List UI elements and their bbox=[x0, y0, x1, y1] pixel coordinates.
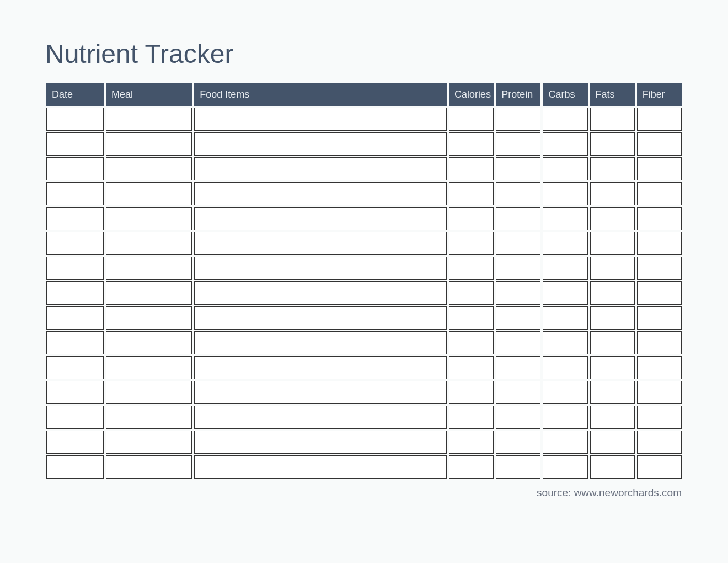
table-cell bbox=[194, 381, 447, 404]
table-cell bbox=[46, 157, 104, 180]
table-cell bbox=[543, 331, 587, 354]
table-cell bbox=[496, 381, 540, 404]
table-cell bbox=[543, 157, 587, 180]
table-cell bbox=[194, 207, 447, 230]
table-cell bbox=[543, 406, 587, 429]
table-cell bbox=[637, 232, 682, 255]
table-cell bbox=[106, 331, 192, 354]
table-cell bbox=[106, 356, 192, 379]
table-cell bbox=[590, 455, 635, 479]
table-cell bbox=[449, 455, 494, 479]
table-cell bbox=[46, 406, 104, 429]
table-row bbox=[46, 182, 682, 205]
table-cell bbox=[449, 431, 494, 454]
table-cell bbox=[590, 356, 635, 379]
col-header-fats: Fats bbox=[590, 83, 635, 106]
table-cell bbox=[496, 406, 540, 429]
col-header-carbs: Carbs bbox=[543, 83, 587, 106]
table-cell bbox=[194, 406, 447, 429]
table-cell bbox=[590, 157, 635, 180]
source-footer: source: www.neworchards.com bbox=[44, 487, 684, 499]
table-cell bbox=[194, 232, 447, 255]
table-cell bbox=[449, 232, 494, 255]
table-cell bbox=[106, 232, 192, 255]
table-cell bbox=[449, 157, 494, 180]
table-cell bbox=[637, 431, 682, 454]
table-cell bbox=[637, 406, 682, 429]
table-cell bbox=[590, 331, 635, 354]
table-cell bbox=[449, 306, 494, 330]
table-cell bbox=[496, 306, 540, 330]
table-cell bbox=[543, 306, 587, 330]
table-cell bbox=[194, 306, 447, 330]
table-cell bbox=[590, 207, 635, 230]
table-cell bbox=[496, 356, 540, 379]
table-cell bbox=[106, 132, 192, 156]
table-cell bbox=[590, 431, 635, 454]
table-cell bbox=[590, 282, 635, 305]
table-cell bbox=[106, 306, 192, 330]
table-cell bbox=[106, 406, 192, 429]
table-cell bbox=[496, 257, 540, 280]
table-cell bbox=[637, 257, 682, 280]
table-row bbox=[46, 132, 682, 156]
table-cell bbox=[543, 182, 587, 205]
table-row bbox=[46, 257, 682, 280]
table-cell bbox=[543, 257, 587, 280]
table-cell bbox=[46, 455, 104, 479]
table-cell bbox=[106, 157, 192, 180]
col-header-date: Date bbox=[46, 83, 104, 106]
table-cell bbox=[543, 381, 587, 404]
table-cell bbox=[106, 282, 192, 305]
nutrient-table: Date Meal Food Items Calories Protein Ca… bbox=[44, 81, 684, 480]
table-cell bbox=[543, 132, 587, 156]
table-cell bbox=[106, 257, 192, 280]
table-cell bbox=[543, 282, 587, 305]
col-header-calories: Calories bbox=[449, 83, 494, 106]
table-cell bbox=[496, 207, 540, 230]
table-cell bbox=[637, 108, 682, 131]
table-cell bbox=[46, 431, 104, 454]
table-cell bbox=[637, 306, 682, 330]
table-cell bbox=[590, 108, 635, 131]
table-row bbox=[46, 232, 682, 255]
table-row bbox=[46, 282, 682, 305]
table-cell bbox=[496, 108, 540, 131]
table-cell bbox=[46, 132, 104, 156]
table-cell bbox=[106, 455, 192, 479]
table-row bbox=[46, 331, 682, 354]
table-cell bbox=[496, 132, 540, 156]
table-cell bbox=[496, 157, 540, 180]
table-cell bbox=[449, 406, 494, 429]
table-cell bbox=[106, 381, 192, 404]
table-cell bbox=[194, 282, 447, 305]
table-cell bbox=[194, 455, 447, 479]
table-cell bbox=[449, 132, 494, 156]
table-row bbox=[46, 455, 682, 479]
table-row bbox=[46, 306, 682, 330]
table-cell bbox=[46, 232, 104, 255]
table-cell bbox=[590, 182, 635, 205]
table-row bbox=[46, 431, 682, 454]
table-header-row: Date Meal Food Items Calories Protein Ca… bbox=[46, 83, 682, 106]
table-cell bbox=[496, 455, 540, 479]
table-cell bbox=[194, 182, 447, 205]
table-cell bbox=[46, 182, 104, 205]
table-cell bbox=[637, 356, 682, 379]
col-header-protein: Protein bbox=[496, 83, 540, 106]
table-cell bbox=[194, 108, 447, 131]
table-cell bbox=[46, 331, 104, 354]
table-cell bbox=[543, 431, 587, 454]
col-header-food: Food Items bbox=[194, 83, 447, 106]
table-cell bbox=[637, 182, 682, 205]
table-cell bbox=[46, 282, 104, 305]
table-cell bbox=[637, 207, 682, 230]
table-cell bbox=[590, 406, 635, 429]
table-cell bbox=[590, 232, 635, 255]
table-cell bbox=[543, 108, 587, 131]
table-cell bbox=[46, 306, 104, 330]
table-cell bbox=[194, 157, 447, 180]
table-cell bbox=[637, 331, 682, 354]
table-cell bbox=[46, 356, 104, 379]
table-cell bbox=[46, 381, 104, 404]
